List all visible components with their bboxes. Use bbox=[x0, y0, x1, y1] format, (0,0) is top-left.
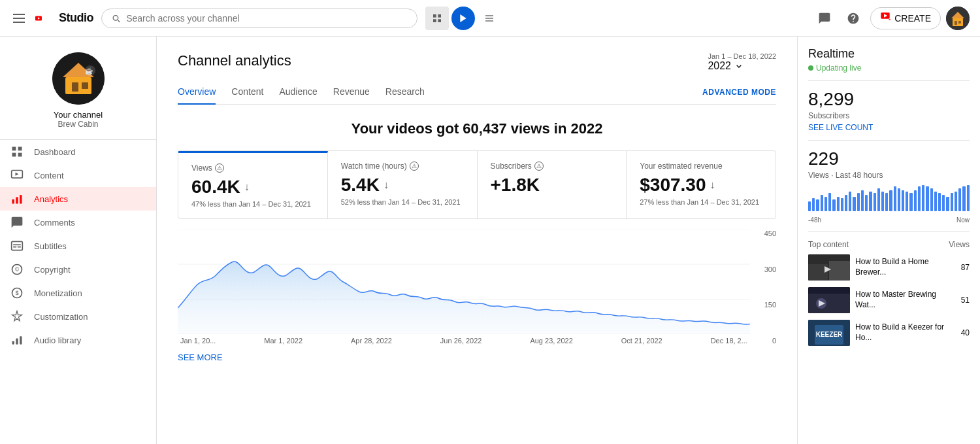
subscribers-info-icon[interactable]: ⚠ bbox=[534, 162, 544, 171]
metric-revenue[interactable]: Your estimated revenue $307.30 ↓ 27% les… bbox=[627, 151, 776, 218]
sidebar-item-audio-library-label: Audio library bbox=[34, 335, 81, 345]
realtime-title: Realtime bbox=[808, 47, 970, 61]
search-bar[interactable] bbox=[101, 9, 417, 28]
svg-rect-16 bbox=[955, 21, 957, 25]
mini-bar bbox=[869, 192, 872, 211]
layout: ☕ Your channel Brew Cabin Dashboard Cont… bbox=[0, 37, 980, 444]
user-avatar[interactable] bbox=[946, 7, 970, 30]
metric-views[interactable]: Views ⚠ 60.4K ↓ 47% less than Jan 14 – D… bbox=[178, 151, 328, 218]
metric-watchtime-compare: 52% less than Jan 14 – Dec 31, 2021 bbox=[341, 198, 464, 206]
dashboard-icon bbox=[10, 145, 24, 158]
top-video-item-1[interactable]: How to Build a Home Brewer... 87 bbox=[808, 254, 970, 281]
logo[interactable]: Studio bbox=[35, 11, 93, 26]
sidebar-item-dashboard[interactable]: Dashboard bbox=[0, 140, 156, 163]
svg-rect-25 bbox=[12, 147, 16, 151]
sidebar-item-copyright[interactable]: © Copyright bbox=[0, 258, 156, 281]
mini-bar bbox=[837, 197, 840, 211]
sidebar-item-copyright-label: Copyright bbox=[34, 265, 71, 275]
mini-bar bbox=[938, 193, 941, 211]
watchtime-info-icon[interactable]: ⚠ bbox=[410, 162, 419, 171]
svg-rect-35 bbox=[13, 247, 16, 248]
channel-section: ☕ Your channel Brew Cabin bbox=[0, 42, 156, 140]
media-icon-grid[interactable] bbox=[425, 7, 449, 30]
subscribers-count: 8,299 bbox=[808, 89, 970, 110]
date-range-section: Jan 1 – Dec 18, 2022 2022 bbox=[708, 52, 776, 72]
sidebar-item-analytics[interactable]: Analytics bbox=[0, 187, 156, 211]
sidebar-item-audio-library[interactable]: Audio library bbox=[0, 328, 156, 352]
top-video-item-3[interactable]: KEEZER How to Build a Keezer for Ho... 4… bbox=[808, 320, 970, 346]
sidebar-item-customization[interactable]: Customization bbox=[0, 305, 156, 328]
top-content-header: Top content Views bbox=[808, 240, 970, 249]
svg-rect-21 bbox=[72, 82, 78, 92]
svg-rect-8 bbox=[485, 18, 493, 18]
metric-subscribers-value: +1.8K bbox=[491, 175, 613, 196]
mini-bar bbox=[812, 198, 815, 211]
hamburger-menu[interactable] bbox=[10, 11, 27, 26]
help-icon-btn[interactable] bbox=[841, 7, 865, 30]
tab-revenue[interactable]: Revenue bbox=[333, 80, 370, 105]
sidebar-nav: Dashboard Content Analytics bbox=[0, 140, 156, 352]
mini-bar bbox=[967, 185, 970, 211]
mini-bar bbox=[898, 188, 900, 211]
mini-bar bbox=[930, 188, 933, 211]
video-thumb-2 bbox=[808, 287, 850, 313]
svg-rect-4 bbox=[433, 19, 436, 22]
svg-marker-6 bbox=[460, 14, 466, 22]
tab-audience[interactable]: Audience bbox=[279, 80, 317, 105]
tab-research[interactable]: Research bbox=[385, 80, 425, 105]
svg-rect-5 bbox=[438, 19, 441, 22]
sidebar-item-subtitles-label: Subtitles bbox=[34, 241, 67, 251]
mini-bar bbox=[909, 193, 912, 211]
see-live-count-btn[interactable]: SEE LIVE COUNT bbox=[808, 123, 970, 132]
mini-bar bbox=[951, 193, 953, 211]
channel-avatar[interactable]: ☕ bbox=[52, 52, 105, 105]
sidebar-item-comments[interactable]: Comments bbox=[0, 211, 156, 234]
sidebar-item-analytics-label: Analytics bbox=[34, 194, 68, 204]
mini-bar bbox=[914, 190, 917, 211]
metric-subscribers[interactable]: Subscribers ⚠ +1.8K bbox=[478, 151, 627, 218]
search-input[interactable] bbox=[126, 13, 407, 24]
sidebar-item-monetization[interactable]: $ Monetization bbox=[0, 281, 156, 305]
mini-bar bbox=[865, 195, 868, 211]
video-views-2: 51 bbox=[961, 296, 970, 305]
monetization-icon: $ bbox=[10, 286, 24, 299]
sidebar-item-subtitles[interactable]: Subtitles bbox=[0, 234, 156, 258]
mini-bar bbox=[857, 193, 860, 211]
svg-rect-37 bbox=[13, 245, 21, 246]
top-video-item-2[interactable]: How to Master Brewing Wat... 51 bbox=[808, 287, 970, 313]
main-content: Channel analytics Jan 1 – Dec 18, 2022 2… bbox=[157, 37, 797, 444]
views-info-icon[interactable]: ⚠ bbox=[215, 163, 224, 173]
chat-icon-btn[interactable] bbox=[813, 7, 836, 30]
video-views-1: 87 bbox=[961, 263, 970, 272]
media-icon-menu[interactable] bbox=[478, 7, 501, 30]
metric-watchtime[interactable]: Watch time (hours) ⚠ 5.4K ↓ 52% less tha… bbox=[328, 151, 478, 218]
mini-bar bbox=[926, 186, 928, 211]
mini-bar bbox=[955, 192, 957, 211]
see-more-btn[interactable]: SEE MORE bbox=[178, 345, 776, 370]
chart-yaxis: 450 300 150 0 bbox=[753, 230, 776, 345]
tab-overview[interactable]: Overview bbox=[178, 80, 216, 105]
mini-bar bbox=[874, 193, 876, 211]
video-title-1: How to Build a Home Brewer... bbox=[855, 257, 956, 277]
create-button[interactable]: CREATE bbox=[870, 7, 941, 29]
svg-rect-33 bbox=[20, 195, 22, 203]
views-col-label: Views bbox=[949, 240, 970, 249]
sidebar-item-content[interactable]: Content bbox=[0, 163, 156, 187]
tab-content[interactable]: Content bbox=[231, 80, 263, 105]
analytics-icon bbox=[10, 192, 24, 205]
sidebar-item-monetization-label: Monetization bbox=[34, 288, 82, 298]
comments-icon bbox=[10, 216, 24, 229]
mini-bar bbox=[902, 190, 904, 211]
metric-views-compare: 47% less than Jan 14 – Dec 31, 2021 bbox=[191, 200, 314, 208]
date-range-select[interactable]: 2022 bbox=[708, 60, 776, 72]
top-content-label: Top content bbox=[808, 240, 849, 249]
right-panel: Realtime Updating live 8,299 Subscribers… bbox=[797, 37, 980, 444]
svg-rect-27 bbox=[12, 153, 16, 157]
sidebar-item-dashboard-label: Dashboard bbox=[34, 147, 76, 157]
video-thumb-3: KEEZER bbox=[808, 320, 850, 346]
svg-rect-28 bbox=[18, 153, 22, 157]
metric-revenue-compare: 27% less than Jan 14 – Dec 31, 2021 bbox=[640, 198, 762, 206]
advanced-mode-btn[interactable]: ADVANCED MODE bbox=[702, 88, 776, 97]
metric-watchtime-label: Watch time (hours) ⚠ bbox=[341, 162, 464, 171]
media-icon-play[interactable] bbox=[451, 7, 475, 30]
